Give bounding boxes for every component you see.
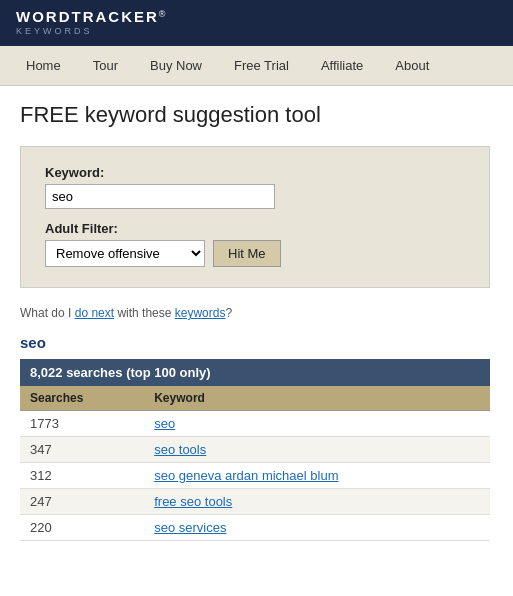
logo: WORDTRACKER® KEYWORDS <box>16 8 497 36</box>
keyword-cell: seo <box>144 411 490 437</box>
nav-tour[interactable]: Tour <box>77 46 134 85</box>
nav-affiliate[interactable]: Affiliate <box>305 46 379 85</box>
help-link-do-next[interactable]: do next <box>75 306 114 320</box>
searches-cell: 1773 <box>20 411 144 437</box>
table-row: 347 seo tools <box>20 437 490 463</box>
table-main-header: 8,022 searches (top 100 only) <box>20 359 490 386</box>
searches-cell: 220 <box>20 515 144 541</box>
adult-filter-select[interactable]: Remove offensiveInclude allOnly adult <box>45 240 205 267</box>
logo-wordtracker: WORDTRACKER <box>16 8 159 25</box>
nav-buy-now[interactable]: Buy Now <box>134 46 218 85</box>
help-text-after: ? <box>225 306 232 320</box>
nav-free-trial[interactable]: Free Trial <box>218 46 305 85</box>
logo-sub: KEYWORDS <box>16 26 497 36</box>
help-text-middle: with these <box>114 306 175 320</box>
keyword-label: Keyword: <box>45 165 465 180</box>
keyword-link[interactable]: seo services <box>154 520 226 535</box>
nav-about[interactable]: About <box>379 46 445 85</box>
col-header-row: Searches Keyword <box>20 386 490 411</box>
results-table: 8,022 searches (top 100 only) Searches K… <box>20 359 490 541</box>
keyword-cell: seo services <box>144 515 490 541</box>
nav-home[interactable]: Home <box>10 46 77 85</box>
logo-registered: ® <box>159 9 166 19</box>
table-header-row: 8,022 searches (top 100 only) <box>20 359 490 386</box>
help-link-keywords[interactable]: keywords <box>175 306 226 320</box>
result-keyword-title: seo <box>20 334 493 351</box>
keyword-cell: free seo tools <box>144 489 490 515</box>
table-row: 247 free seo tools <box>20 489 490 515</box>
table-row: 220 seo services <box>20 515 490 541</box>
site-header: WORDTRACKER® KEYWORDS <box>0 0 513 46</box>
table-row: 1773 seo <box>20 411 490 437</box>
adult-filter-label: Adult Filter: <box>45 221 465 236</box>
main-nav: Home Tour Buy Now Free Trial Affiliate A… <box>0 46 513 86</box>
col-keyword-header: Keyword <box>144 386 490 411</box>
searches-cell: 347 <box>20 437 144 463</box>
keyword-link[interactable]: seo geneva ardan michael blum <box>154 468 338 483</box>
keyword-link[interactable]: free seo tools <box>154 494 232 509</box>
table-row: 312 seo geneva ardan michael blum <box>20 463 490 489</box>
hit-me-button[interactable]: Hit Me <box>213 240 281 267</box>
help-link-paragraph: What do I do next with these keywords? <box>20 306 493 320</box>
keyword-input[interactable] <box>45 184 275 209</box>
searches-cell: 247 <box>20 489 144 515</box>
search-box: Keyword: Adult Filter: Remove offensiveI… <box>20 146 490 288</box>
keyword-cell: seo geneva ardan michael blum <box>144 463 490 489</box>
help-text-before: What do I <box>20 306 75 320</box>
searches-cell: 312 <box>20 463 144 489</box>
adult-filter-row: Remove offensiveInclude allOnly adult Hi… <box>45 240 465 267</box>
keyword-cell: seo tools <box>144 437 490 463</box>
main-content: FREE keyword suggestion tool Keyword: Ad… <box>0 86 513 557</box>
page-title: FREE keyword suggestion tool <box>20 102 493 128</box>
keyword-link[interactable]: seo <box>154 416 175 431</box>
keyword-link[interactable]: seo tools <box>154 442 206 457</box>
col-searches-header: Searches <box>20 386 144 411</box>
